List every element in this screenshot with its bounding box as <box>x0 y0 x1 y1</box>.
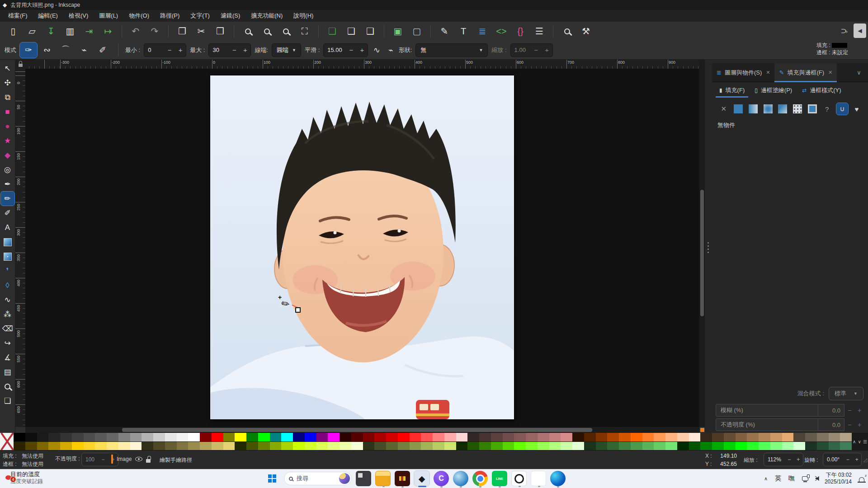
clock-app[interactable] <box>511 471 527 486</box>
palette-swatch[interactable] <box>281 442 293 450</box>
min-spinbox[interactable]: 0 − + <box>144 43 186 57</box>
palette-swatch[interactable] <box>130 433 142 441</box>
palette-swatch[interactable] <box>805 433 817 441</box>
fill-rule-nonzero-button[interactable]: ♥ <box>851 103 863 115</box>
blur-decrement-button[interactable]: − <box>848 407 851 414</box>
zoom-selection-button[interactable] <box>239 23 256 39</box>
box3d-tool[interactable]: ◆ <box>1 148 14 162</box>
palette-swatch[interactable] <box>526 442 538 450</box>
opacity-slider[interactable]: 不透明度 (%) <box>716 418 818 431</box>
palette-swatch[interactable] <box>305 442 316 450</box>
subtab-stroke-style[interactable]: ⇄邊框樣式(Y) <box>798 86 844 98</box>
palette-swatch[interactable] <box>433 442 444 450</box>
palette-menu-button[interactable]: ☰ <box>863 439 867 444</box>
chrome-app[interactable] <box>472 471 488 486</box>
palette-swatch[interactable] <box>118 433 130 441</box>
line-app[interactable] <box>492 471 507 486</box>
palette-swatch[interactable] <box>712 433 724 441</box>
palette-swatch[interactable] <box>770 442 782 450</box>
palette-swatch[interactable] <box>747 433 759 441</box>
current-layer-indicator[interactable]: Image <box>111 455 151 464</box>
volume-icon[interactable] <box>816 476 817 481</box>
palette-swatch[interactable] <box>316 442 328 450</box>
palette-swatch[interactable] <box>48 433 60 441</box>
rectangle-tool[interactable]: ■ <box>1 105 14 119</box>
palette-swatch[interactable] <box>747 442 759 450</box>
canvas[interactable]: + ✏ <box>25 69 699 427</box>
pencil-tool[interactable]: ✏ <box>1 192 14 206</box>
palette-swatch[interactable] <box>212 433 223 441</box>
notification-bell-icon[interactable]: z <box>859 477 864 482</box>
blur-value[interactable]: 0.0 <box>818 404 844 417</box>
palette-swatch[interactable] <box>549 433 561 441</box>
save-button[interactable]: ↧ <box>42 23 60 39</box>
palette-swatch[interactable] <box>631 442 642 450</box>
clipchamp-app[interactable] <box>434 471 449 486</box>
palette-swatch[interactable] <box>444 442 456 450</box>
palette-swatch[interactable] <box>572 442 584 450</box>
palette-swatch[interactable] <box>72 433 84 441</box>
menu-help[interactable]: 說明(H) <box>288 10 319 21</box>
vertical-scrollbar[interactable] <box>699 60 705 427</box>
mode-spiro-button[interactable]: ∾ <box>38 42 56 58</box>
palette-swatch[interactable] <box>619 442 631 450</box>
open-document-button[interactable]: ▱ <box>24 23 41 39</box>
palette-swatch[interactable] <box>503 442 514 450</box>
blur-slider[interactable]: 模糊 (%) <box>716 404 818 417</box>
clone-button[interactable]: ❑ <box>343 23 360 39</box>
palette-swatch[interactable] <box>619 433 631 441</box>
palette-swatch[interactable] <box>95 433 107 441</box>
palette-swatch[interactable] <box>467 433 479 441</box>
gradient-tool[interactable] <box>1 235 14 249</box>
opacity-dec-button[interactable]: − <box>98 456 108 463</box>
palette-swatch[interactable] <box>142 442 153 450</box>
paste-button[interactable]: ❒ <box>212 23 229 39</box>
palette-swatch[interactable] <box>48 442 60 450</box>
max-decrement-button[interactable]: − <box>229 46 240 54</box>
close-icon[interactable]: ✕ <box>827 70 832 75</box>
paint-flat-button[interactable] <box>733 103 744 114</box>
palette-swatch[interactable] <box>386 442 398 450</box>
palette-swatch[interactable] <box>770 433 782 441</box>
rotation-spinbox[interactable]: 0.00° − + <box>823 453 862 466</box>
palette-swatch[interactable] <box>724 433 736 441</box>
palette-swatch[interactable] <box>793 442 805 450</box>
weather-widget-button[interactable]: 4 目前的溫度 溫度突破記錄 <box>6 471 43 485</box>
color-managed-toggle[interactable] <box>700 428 704 432</box>
snap-toggle-button[interactable]: ∩ϟ <box>841 26 847 36</box>
palette-swatch[interactable] <box>107 433 118 441</box>
inkscape-app[interactable] <box>414 471 429 486</box>
palette-swatch[interactable] <box>759 433 770 441</box>
palette-swatch[interactable] <box>142 433 153 441</box>
palette-swatch[interactable] <box>60 433 72 441</box>
palette-swatch[interactable] <box>689 442 701 450</box>
palette-swatch[interactable] <box>305 433 316 441</box>
min-increment-button[interactable]: + <box>175 46 186 54</box>
palette-swatch[interactable] <box>584 442 596 450</box>
group-button[interactable]: ▣ <box>389 23 406 39</box>
palette-swatch[interactable] <box>654 442 665 450</box>
palette-swatch[interactable] <box>642 433 654 441</box>
align-dialog-button[interactable]: ☰ <box>531 23 548 39</box>
file-explorer-app[interactable] <box>375 471 391 486</box>
max-spinbox[interactable]: 30 − + <box>208 43 251 57</box>
screenshot-app[interactable] <box>356 471 371 486</box>
panel-drag-handle-icon[interactable] <box>708 242 709 244</box>
palette-swatch[interactable] <box>37 442 49 450</box>
palette-swatch[interactable] <box>258 433 270 441</box>
mode-bezier-button[interactable]: ✑ <box>20 42 37 58</box>
palette-swatch[interactable] <box>177 442 189 450</box>
palette-swatch[interactable] <box>456 442 468 450</box>
horizontal-scrollbar[interactable] <box>25 427 699 433</box>
zoom-page-button[interactable] <box>277 23 294 39</box>
palette-swatch[interactable] <box>479 433 491 441</box>
palette-swatch[interactable] <box>37 433 49 441</box>
mode-straight-button[interactable]: ⌁ <box>75 42 93 58</box>
palette-swatch[interactable] <box>72 442 84 450</box>
panel-resize-gutter[interactable] <box>705 60 712 433</box>
palette-swatch[interactable] <box>503 433 514 441</box>
opacity-increment-button[interactable]: + <box>858 421 861 428</box>
palette-swatch[interactable] <box>467 442 479 450</box>
palette-swatch[interactable] <box>596 442 608 450</box>
new-document-button[interactable]: ▯ <box>5 23 22 39</box>
